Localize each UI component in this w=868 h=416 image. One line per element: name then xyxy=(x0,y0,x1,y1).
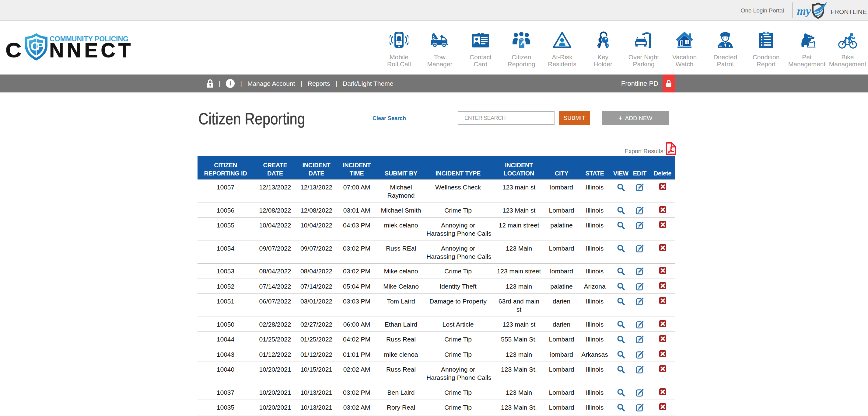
svg-text:P: P xyxy=(37,40,44,52)
